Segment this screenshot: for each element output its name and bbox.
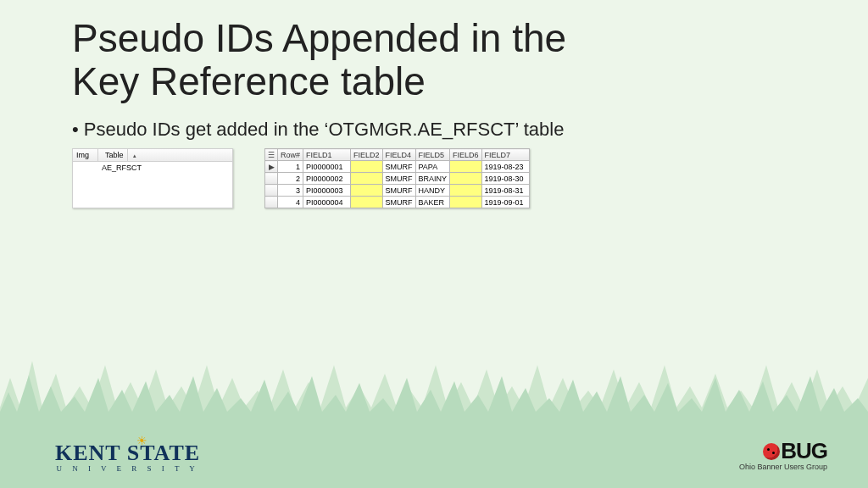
table-list-item[interactable]: AE_RFSCT xyxy=(73,162,232,174)
cell-field4: SMURF xyxy=(382,173,415,185)
cell-field2 xyxy=(351,197,383,208)
kent-sub: U N I V E R S I T Y xyxy=(55,464,200,473)
col-field4[interactable]: FIELD4 xyxy=(382,149,415,161)
cell-field4: SMURF xyxy=(382,161,415,173)
cell-field5: HANDY xyxy=(415,185,450,197)
cell-field7: 1919-09-01 xyxy=(481,197,529,208)
cell-field4: SMURF xyxy=(382,197,415,208)
cell-field4: SMURF xyxy=(382,185,415,197)
cell-field5: PAPA xyxy=(415,161,450,173)
col-field5[interactable]: FIELD5 xyxy=(415,149,450,161)
cell-rownum: 1 xyxy=(278,161,303,173)
row-selector xyxy=(265,197,278,208)
cell-field7: 1919-08-23 xyxy=(481,161,529,173)
col-field2[interactable]: FIELD2 xyxy=(351,149,383,161)
cell-field2 xyxy=(351,185,383,197)
col-field1[interactable]: FIELD1 xyxy=(303,149,351,161)
row-selector xyxy=(265,173,278,185)
col-field7[interactable]: FIELD7 xyxy=(481,149,529,161)
grid-corner-icon[interactable]: ☰ xyxy=(265,149,278,161)
cell-rownum: 2 xyxy=(278,173,303,185)
table-list-header: Img Table ▴ xyxy=(73,149,232,162)
table-row[interactable]: 2 PI0000002 SMURF BRAINY 1919-08-30 xyxy=(265,173,530,185)
title-line1: Pseudo IDs Appended in the xyxy=(72,16,566,60)
grid-header-row: ☰ Row# FIELD1 FIELD2 FIELD4 FIELD5 FIELD… xyxy=(265,149,530,161)
sort-asc-icon: ▴ xyxy=(130,151,140,160)
table-row[interactable]: 3 PI0000003 SMURF HANDY 1919-08-31 xyxy=(265,185,530,197)
cell-field1: PI0000001 xyxy=(303,161,351,173)
table-row[interactable]: ▶ 1 PI0000001 SMURF PAPA 1919-08-23 xyxy=(265,161,530,173)
cell-rownum: 4 xyxy=(278,197,303,208)
col-field6[interactable]: FIELD6 xyxy=(450,149,482,161)
bullet-text: Pseudo IDs get added in the ‘OTGMGR.AE_R… xyxy=(72,119,564,141)
cell-field5: BRAINY xyxy=(415,173,450,185)
cell-field1: PI0000003 xyxy=(303,185,351,197)
col-img[interactable]: Img xyxy=(73,149,98,161)
cell-field6 xyxy=(450,161,482,173)
cell-field1: PI0000002 xyxy=(303,173,351,185)
sun-icon: ☀ xyxy=(136,434,147,447)
cell-field2 xyxy=(351,161,383,173)
cell-rownum: 3 xyxy=(278,185,303,197)
title-line2: Key Reference table xyxy=(72,59,426,103)
grid-body: ▶ 1 PI0000001 SMURF PAPA 1919-08-23 2 PI… xyxy=(265,161,530,208)
obug-sub: Ohio Banner Users Group xyxy=(739,463,827,471)
cell-field7: 1919-08-30 xyxy=(481,173,529,185)
slide: Pseudo IDs Appended in the Key Reference… xyxy=(0,0,868,488)
slide-title: Pseudo IDs Appended in the Key Reference… xyxy=(72,17,566,103)
obug-text: BUG xyxy=(781,438,827,464)
kent-state-logo: ☀ KENT STATE U N I V E R S I T Y xyxy=(55,441,200,473)
cell-field6 xyxy=(450,197,482,208)
cell-field7: 1919-08-31 xyxy=(481,185,529,197)
row-selector xyxy=(265,185,278,197)
cell-field1: PI0000004 xyxy=(303,197,351,208)
kent-main: KENT STATE xyxy=(55,441,200,466)
obug-logo: BUG Ohio Banner Users Group xyxy=(739,438,827,471)
data-grid: ☰ Row# FIELD1 FIELD2 FIELD4 FIELD5 FIELD… xyxy=(264,148,530,208)
row-pointer-icon: ▶ xyxy=(265,161,278,173)
cell-field6 xyxy=(450,185,482,197)
cell-field2 xyxy=(351,173,383,185)
ladybug-icon xyxy=(763,443,780,460)
table-row[interactable]: 4 PI0000004 SMURF BAKER 1919-09-01 xyxy=(265,197,530,208)
grass-front-icon xyxy=(0,371,868,422)
cell-field6 xyxy=(450,173,482,185)
col-rownum[interactable]: Row# xyxy=(278,149,303,161)
cell-field5: BAKER xyxy=(415,197,450,208)
table-list-panel: Img Table ▴ AE_RFSCT xyxy=(72,148,233,208)
table-list-empty xyxy=(73,174,232,208)
col-table[interactable]: Table ▴ xyxy=(98,149,232,161)
